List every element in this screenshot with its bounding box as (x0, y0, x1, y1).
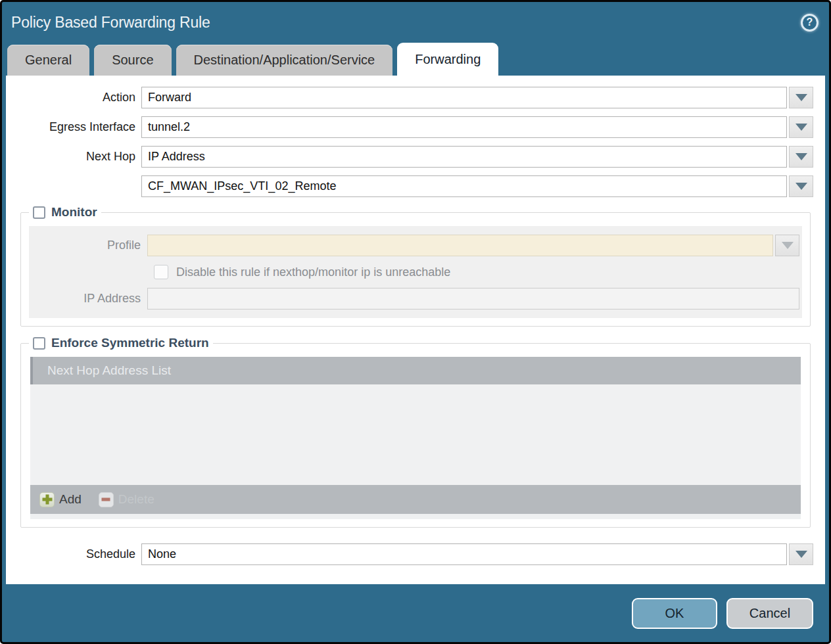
egress-interface-select[interactable]: tunnel.2 (141, 116, 787, 138)
cancel-button[interactable]: Cancel (726, 598, 813, 629)
next-hop-address-combo: CF_MWAN_IPsec_VTI_02_Remote (141, 175, 813, 197)
dialog-title: Policy Based Forwarding Rule (11, 14, 210, 32)
add-button[interactable]: Add (39, 492, 82, 507)
chevron-down-icon (782, 242, 794, 249)
action-row: Action Forward (18, 87, 813, 108)
chevron-down-icon (795, 551, 807, 558)
symmetric-return-legend: Enforce Symmetric Return (29, 336, 213, 350)
monitor-ip-row: IP Address (32, 288, 799, 310)
next-hop-type-select[interactable]: IP Address (141, 146, 787, 168)
tab-forwarding[interactable]: Forwarding (397, 43, 498, 76)
tab-general[interactable]: General (7, 45, 89, 76)
next-hop-address-table-body[interactable] (30, 384, 801, 485)
action-label: Action (18, 91, 141, 104)
monitor-group: Monitor Profile Disable this rule if nex… (20, 205, 811, 327)
dialog-footer: OK Cancel (2, 584, 829, 642)
tab-bar: General Source Destination/Application/S… (2, 43, 829, 76)
disable-rule-label: Disable this rule if nexthop/monitor ip … (176, 265, 450, 279)
enforce-symmetric-return-checkbox[interactable] (33, 337, 45, 350)
delete-button-label: Delete (118, 492, 154, 507)
monitor-legend-label: Monitor (51, 205, 97, 219)
action-select[interactable]: Forward (141, 87, 787, 108)
delete-minus-icon (99, 492, 114, 507)
profile-dropdown-button (775, 235, 799, 256)
next-hop-address-select[interactable]: CF_MWAN_IPsec_VTI_02_Remote (141, 175, 787, 197)
schedule-select[interactable]: None (141, 543, 787, 565)
profile-select (147, 235, 773, 256)
chevron-down-icon (795, 183, 807, 190)
next-hop-row: Next Hop IP Address (18, 146, 813, 168)
next-hop-address-row: CF_MWAN_IPsec_VTI_02_Remote (18, 175, 813, 197)
egress-interface-dropdown-button[interactable] (789, 116, 813, 138)
next-hop-label: Next Hop (18, 150, 141, 164)
disable-rule-checkbox (154, 265, 168, 279)
symmetric-return-legend-label: Enforce Symmetric Return (51, 336, 209, 350)
egress-interface-label: Egress Interface (18, 120, 141, 134)
monitor-ip-combo (147, 288, 799, 310)
monitor-checkbox[interactable] (33, 206, 45, 219)
next-hop-address-table-footer: Add Delete (30, 485, 801, 514)
next-hop-combo: IP Address (141, 146, 813, 168)
add-plus-icon (39, 492, 55, 507)
monitor-ip-label: IP Address (32, 292, 147, 306)
egress-interface-row: Egress Interface tunnel.2 (18, 116, 813, 138)
chevron-down-icon (795, 94, 807, 101)
schedule-label: Schedule (18, 547, 141, 561)
table-bottom-strip (30, 514, 801, 519)
monitor-panel: Profile Disable this rule if nexthop/mon… (29, 226, 802, 318)
ok-button[interactable]: OK (632, 598, 717, 629)
delete-button: Delete (99, 492, 154, 507)
tab-destination-application-service[interactable]: Destination/Application/Service (176, 45, 393, 76)
symmetric-return-group: Enforce Symmetric Return Next Hop Addres… (20, 336, 811, 528)
schedule-combo: None (141, 543, 813, 565)
action-dropdown-button[interactable] (789, 87, 813, 108)
profile-row: Profile (32, 235, 799, 256)
schedule-dropdown-button[interactable] (789, 543, 813, 565)
profile-combo (147, 235, 799, 256)
next-hop-address-dropdown-button[interactable] (789, 175, 813, 197)
next-hop-address-table: Next Hop Address List Add Delete (30, 357, 801, 519)
tab-source[interactable]: Source (94, 45, 171, 76)
egress-interface-combo: tunnel.2 (141, 116, 813, 138)
action-combo: Forward (141, 87, 813, 108)
profile-label: Profile (32, 239, 147, 252)
monitor-legend: Monitor (29, 205, 101, 219)
monitor-ip-input (147, 288, 799, 310)
chevron-down-icon (795, 124, 807, 131)
schedule-row: Schedule None (18, 543, 813, 565)
chevron-down-icon (795, 153, 807, 160)
help-icon[interactable]: ? (801, 14, 819, 32)
next-hop-address-table-header: Next Hop Address List (30, 357, 801, 384)
pbf-rule-dialog: Policy Based Forwarding Rule ? General S… (0, 0, 831, 644)
next-hop-dropdown-button[interactable] (789, 146, 813, 168)
add-button-label: Add (59, 492, 82, 507)
dialog-titlebar: Policy Based Forwarding Rule ? (2, 2, 829, 43)
forwarding-tab-panel: Action Forward Egress Interface tunnel.2… (6, 76, 825, 584)
disable-rule-row: Disable this rule if nexthop/monitor ip … (154, 265, 799, 279)
